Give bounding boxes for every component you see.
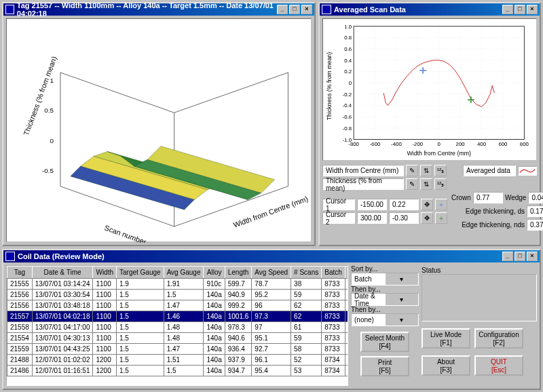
table-cell[interactable]: 1.5 [117,333,164,344]
table-cell[interactable]: 1.48 [164,333,204,344]
table-cell[interactable]: 95.2 [252,290,291,300]
move-cursor-icon[interactable]: ✥ [421,199,433,210]
table-row[interactable]: 2155513/07/01 03:14:2411001.91.91910c599… [7,279,349,290]
table-cell[interactable]: 940.6 [225,333,252,344]
table-cell[interactable]: 59 [291,290,322,300]
table-cell[interactable]: 1100 [93,344,117,355]
table-cell[interactable]: 8733 [322,311,345,322]
table-cell[interactable]: 8733 [322,333,345,344]
table-cell[interactable]: 934.7 [225,366,252,376]
table-cell[interactable]: 978.3 [225,322,252,333]
table-cell[interactable]: 1100 [93,322,117,333]
table-cell[interactable]: 1.47 [164,344,204,355]
table-cell[interactable]: 1171A762 [345,311,348,322]
table-cell[interactable]: 1.5 [164,366,204,376]
maximize-button[interactable]: □ [514,252,525,261]
cursor2-glyph-icon[interactable]: ＋ [435,212,447,224]
table-cell[interactable]: 13/07/01 04:43:25 [32,344,93,355]
table-cell[interactable]: 8734 [322,355,345,366]
table-cell[interactable]: 936.4 [225,344,252,355]
table-cell[interactable]: 21556 [7,290,33,300]
table-cell[interactable]: 1.5 [117,311,164,322]
table-cell[interactable]: 8734 [322,366,345,376]
table-cell[interactable]: 13/07/01 03:30:54 [32,290,93,300]
coil-titlebar[interactable]: Coil Data (Review Mode) _ □ × [3,250,540,262]
cursor1-y[interactable]: 0.22 [389,199,419,210]
table-cell[interactable]: 8733 [322,290,345,300]
configuration-button[interactable]: Configuration[F2] [474,328,523,349]
table-cell[interactable]: 1171A712 [345,344,348,355]
table-cell[interactable]: 1171C742 [345,333,348,344]
table-cell[interactable]: 8733 [322,322,345,333]
table-cell[interactable]: 910c [204,279,225,290]
axis-format-icon[interactable]: ¹²₃ [434,178,447,190]
maximize-button[interactable]: □ [514,5,525,14]
move-cursor-icon[interactable]: ✥ [421,212,433,224]
table-cell[interactable]: 1.5 [117,366,164,376]
column-header[interactable]: Tag [7,267,33,279]
table-cell[interactable]: 1171C761 [345,279,348,290]
table-cell[interactable]: 1001.6 [225,311,252,322]
sort-by-combo[interactable]: Batch▾ [351,273,419,286]
scan-titlebar[interactable]: Averaged Scan Data _ □ × [320,3,540,16]
table-row[interactable]: 2155913/07/01 04:43:2511001.51.47140a936… [7,344,349,355]
table-cell[interactable]: 1.48 [164,322,204,333]
axis-scale-icon[interactable]: ⇅ [420,165,432,176]
table-cell[interactable]: 140a [204,300,225,311]
cursor2-y[interactable]: -0.30 [389,212,419,224]
surface-plot-area[interactable]: 10.50-0.5 Thickness (% from mean) Scan n… [6,18,312,242]
column-header[interactable]: Cast [345,267,348,279]
table-cell[interactable]: 1100 [93,290,117,300]
cursor2-x[interactable]: 300.00 [357,212,387,224]
table-cell[interactable]: 940.9 [225,290,252,300]
table-cell[interactable]: 8733 [322,300,345,311]
table-cell[interactable]: 1.5 [117,290,164,300]
table-cell[interactable]: 1171A761 [345,300,348,311]
table-cell[interactable]: 52 [291,355,322,366]
table-cell[interactable]: 140a [204,366,225,376]
table-cell[interactable]: 21488 [7,355,33,366]
table-cell[interactable]: 59 [291,333,322,344]
axis-format-icon[interactable]: ¹²₃ [434,165,447,176]
axis-config-icon[interactable]: ✎ [406,165,418,176]
scan-plot-area[interactable]: Thickness (% from mean) Width from Centr… [322,18,537,161]
close-button[interactable]: × [527,252,538,261]
table-cell[interactable]: 140a [204,333,225,344]
axis-scale-icon[interactable]: ⇅ [420,178,432,190]
table-cell[interactable]: 1174C211 [345,355,348,366]
table-cell[interactable]: 999.2 [225,300,252,311]
table-cell[interactable]: 1100 [93,279,117,290]
cursor1-glyph-icon[interactable]: ＋ [435,199,447,210]
table-cell[interactable]: 96.1 [252,355,291,366]
table-cell[interactable]: 92.7 [252,344,291,355]
table-cell[interactable]: 58 [291,344,322,355]
table-cell[interactable]: 97 [252,322,291,333]
table-cell[interactable]: 1.5 [164,290,204,300]
table-cell[interactable]: 1100 [93,311,117,322]
column-header[interactable]: Length [225,267,252,279]
table-cell[interactable]: 1.9 [117,279,164,290]
table-row[interactable]: 2155813/07/01 04:17:0011001.51.48140a978… [7,322,349,333]
y-axis-selector[interactable]: Thickness (% from mean) [322,178,404,190]
table-cell[interactable]: 1171A721 [345,322,348,333]
table-cell[interactable]: 140a [204,344,225,355]
table-row[interactable]: 2148812/07/01 01:02:0212001.51.51140a937… [7,355,349,366]
chevron-down-icon[interactable]: ▾ [385,273,419,285]
axis-config-icon[interactable]: ✎ [406,178,418,190]
table-cell[interactable]: 21555 [7,279,33,290]
table-cell[interactable]: 21557 [7,311,33,322]
table-cell[interactable]: 13/07/01 04:30:13 [32,333,93,344]
table-row[interactable]: 2155713/07/01 04:02:1811001.51.46140a100… [7,311,349,322]
legend-swatch-icon[interactable] [518,166,537,176]
table-cell[interactable]: 21559 [7,344,33,355]
table-cell[interactable]: 599.7 [225,279,252,290]
surface-titlebar[interactable]: Tag 21557 -- Width 1100mm -- Alloy 140a … [3,3,314,16]
table-cell[interactable]: 1.47 [164,300,204,311]
table-cell[interactable]: 140a [204,322,225,333]
table-cell[interactable]: 78.7 [252,279,291,290]
table-cell[interactable]: 13/07/01 03:48:18 [32,300,93,311]
column-header[interactable]: Avg Gauge [164,267,204,279]
table-cell[interactable]: 13/07/01 03:14:24 [32,279,93,290]
quit-button[interactable]: QUIT[Esc] [474,355,523,376]
table-cell[interactable]: 1.5 [117,344,164,355]
